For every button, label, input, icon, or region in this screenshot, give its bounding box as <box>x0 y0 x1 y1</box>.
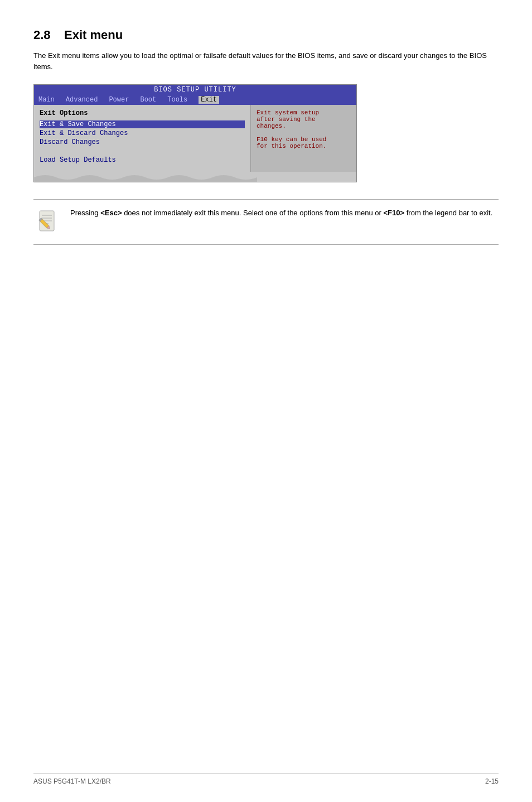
bios-body: Exit Options Exit & Save Changes Exit & … <box>34 105 356 172</box>
nav-boot[interactable]: Boot <box>140 96 156 104</box>
bios-help-line2: after saving the <box>257 116 316 123</box>
section-number: 2.8 <box>33 28 51 42</box>
note-text: Pressing <Esc> does not immediately exit… <box>70 207 492 219</box>
footer-right: 2-15 <box>485 777 499 785</box>
bios-help-line1: Exit system setup <box>257 109 319 116</box>
bios-ui-box: BIOS SETUP UTILITY Main Advanced Power B… <box>33 84 357 182</box>
section-heading: Exit menu <box>64 28 123 42</box>
bios-menu-load-defaults[interactable]: Load Setup Defaults <box>40 156 245 164</box>
nav-advanced[interactable]: Advanced <box>66 96 98 104</box>
bios-help-line3: changes. <box>257 123 286 129</box>
bios-menu-discard[interactable]: Discard Changes <box>40 138 245 146</box>
bios-help-line6: for this operation. <box>257 143 326 149</box>
footer-left: ASUS P5G41T-M LX2/BR <box>33 777 111 785</box>
bios-help-line5: F10 key can be used <box>257 136 326 143</box>
bios-title-bar: BIOS SETUP UTILITY <box>34 85 356 95</box>
note-f10-key: <F10> <box>384 209 405 217</box>
section-title: 2.8 Exit menu <box>33 28 499 42</box>
bios-nav-bar: Main Advanced Power Boot Tools Exit <box>34 95 356 105</box>
nav-exit[interactable]: Exit <box>199 96 219 104</box>
bios-left-panel: Exit Options Exit & Save Changes Exit & … <box>34 105 250 172</box>
note-box: Pressing <Esc> does not immediately exit… <box>33 199 499 245</box>
bios-wave-decoration <box>34 172 356 182</box>
section-description: The Exit menu items allow you to load th… <box>33 50 499 72</box>
bios-right-panel: Exit system setup after saving the chang… <box>250 105 356 172</box>
nav-power[interactable]: Power <box>109 96 129 104</box>
note-esc-key: <Esc> <box>100 209 122 217</box>
page-footer: ASUS P5G41T-M LX2/BR 2-15 <box>33 774 499 785</box>
note-text-before-esc: Pressing <box>70 209 100 217</box>
bios-menu-exit-discard[interactable]: Exit & Discard Changes <box>40 129 245 137</box>
bios-section-label: Exit Options <box>40 109 245 117</box>
note-text-middle: does not immediately exit this menu. Sel… <box>122 209 384 217</box>
nav-tools[interactable]: Tools <box>167 96 187 104</box>
nav-main[interactable]: Main <box>38 96 55 104</box>
note-icon <box>33 207 61 236</box>
bios-menu-spacer <box>40 147 245 155</box>
note-text-after-f10: from the legend bar to exit. <box>404 209 492 217</box>
bios-menu-exit-save[interactable]: Exit & Save Changes <box>40 120 245 128</box>
